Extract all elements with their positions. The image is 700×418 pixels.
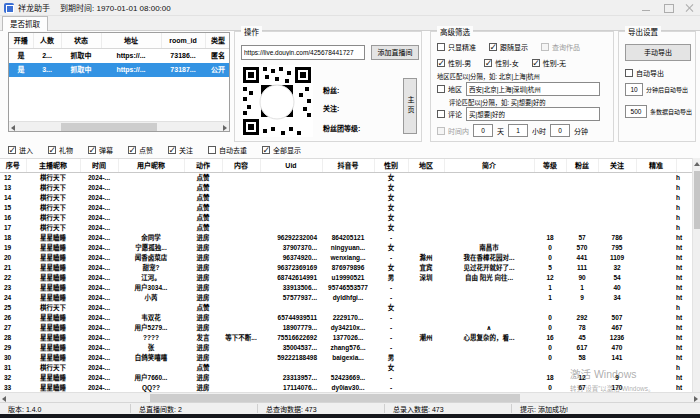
table-row[interactable]: 33星星瞌睡2024-...QQ??进房17114076...dy0iav30.… bbox=[0, 383, 692, 393]
table-row[interactable]: 24星星瞌睡2024-...小芮进房57577937...dyldhfgi...… bbox=[0, 293, 692, 303]
scrollbar-thumb[interactable] bbox=[694, 171, 700, 229]
column-header[interactable]: 简介 bbox=[444, 159, 534, 172]
table-row[interactable]: 13棋行天下2024-...点赞女h bbox=[0, 183, 692, 193]
scrollbar-thumb[interactable] bbox=[150, 394, 520, 402]
checkbox-点赞[interactable]: 点赞 bbox=[128, 145, 153, 155]
table-row[interactable]: 21星星瞌睡2024-...甜宠?进房96372369169876979896女… bbox=[0, 263, 692, 273]
column-header[interactable] bbox=[676, 159, 692, 172]
column-header[interactable]: 状态 bbox=[61, 33, 101, 48]
column-header[interactable]: Uid bbox=[260, 159, 322, 172]
column-header[interactable]: 主播昵称 bbox=[26, 159, 80, 172]
checkbox-关注[interactable]: 关注 bbox=[168, 145, 193, 155]
cell: 甜宠? bbox=[118, 263, 184, 273]
table-row[interactable]: 15棋行天下2024-...点赞女h bbox=[0, 203, 692, 213]
comment-input[interactable] bbox=[466, 107, 600, 121]
column-header[interactable]: 人数 bbox=[33, 33, 61, 48]
checkbox-全部显示[interactable]: 全部显示 bbox=[262, 145, 301, 155]
column-header[interactable]: 精准 bbox=[636, 159, 676, 172]
tab-capture[interactable]: 是否抓取 bbox=[2, 16, 48, 31]
column-header[interactable]: 粉丝 bbox=[566, 159, 598, 172]
live-url-input[interactable] bbox=[241, 45, 365, 60]
scroll-up-icon[interactable] bbox=[694, 162, 700, 166]
checkbox-查询作品[interactable]: 查询作品 bbox=[541, 42, 580, 52]
column-header[interactable]: 用户昵称 bbox=[118, 159, 184, 172]
column-header[interactable]: 地区 bbox=[408, 159, 444, 172]
region-filter-checkbox[interactable]: 地区 bbox=[437, 84, 462, 94]
minutes-input[interactable] bbox=[550, 124, 570, 137]
table-row[interactable]: 20星星瞌睡2024-...闻香卤菜店进房96374920...wenxiang… bbox=[0, 253, 692, 263]
cell: - bbox=[374, 323, 408, 333]
table-row[interactable]: 17棋行天下2024-...点赞女h bbox=[0, 223, 692, 233]
add-room-button[interactable]: 添加直播间 bbox=[371, 45, 419, 60]
table-row[interactable]: 16棋行天下2024-...点赞女h bbox=[0, 213, 692, 223]
table-row[interactable]: 26星星瞌睡2024-...韦双花进房657449395112229170...… bbox=[0, 313, 692, 323]
column-header[interactable]: 等级 bbox=[534, 159, 566, 172]
table-row[interactable]: 25棋行天下2024-...点赞女h bbox=[0, 303, 692, 313]
auto-export-checkbox[interactable]: 自动导出 bbox=[625, 68, 664, 78]
table-row[interactable]: 29星星瞌睡2024-...张进房35004537...zhang576...-… bbox=[0, 343, 692, 353]
maximize-icon[interactable] bbox=[662, 3, 674, 13]
cell: 星星瞌睡 bbox=[26, 263, 80, 273]
cell bbox=[598, 193, 636, 203]
days-input[interactable] bbox=[473, 124, 493, 137]
main-table-hscrollbar[interactable] bbox=[0, 392, 700, 402]
checkbox-自动去重[interactable]: 自动去重 bbox=[208, 145, 247, 155]
minimize-icon[interactable] bbox=[640, 3, 652, 13]
cell: h bbox=[676, 183, 692, 193]
column-header[interactable]: 时间 bbox=[80, 159, 118, 172]
table-row[interactable]: 31棋行天下2024-...点赞女h bbox=[0, 363, 692, 373]
checkbox-只显精准[interactable]: 只显精准 bbox=[437, 42, 476, 52]
table-row[interactable]: 18星星瞌睡2024-...余同学进房96292232004864205121-… bbox=[0, 233, 692, 243]
table-row[interactable]: 28星星瞌睡2024-...????发言等下不断...7551662269213… bbox=[0, 333, 692, 343]
cell: 795 bbox=[598, 243, 636, 253]
scroll-left-icon[interactable] bbox=[11, 125, 15, 131]
comment-filter-checkbox[interactable]: 评论 bbox=[437, 109, 462, 119]
column-header[interactable]: 性别 bbox=[374, 159, 408, 172]
cell: 2024-... bbox=[80, 353, 118, 363]
table-row[interactable]: 23星星瞌睡2024-...用户3034...进房33913506...9574… bbox=[0, 283, 692, 293]
manual-export-button[interactable]: 手动导出 bbox=[625, 44, 691, 61]
column-header[interactable]: 关注 bbox=[598, 159, 636, 172]
checkbox-礼物[interactable]: 礼物 bbox=[48, 145, 73, 155]
column-header[interactable]: 抖音号 bbox=[322, 159, 374, 172]
close-icon[interactable] bbox=[684, 3, 696, 13]
cell bbox=[636, 313, 676, 323]
hours-input[interactable] bbox=[508, 124, 528, 137]
column-header[interactable]: 序号 bbox=[0, 159, 26, 172]
table-row[interactable]: 30星星瞌睡2024-...白鸽笑嘻嘻进房59222188498baigexia… bbox=[0, 353, 692, 363]
cell: 星星瞌睡 bbox=[26, 333, 80, 343]
cell: 女 bbox=[374, 203, 408, 213]
checkbox-进入[interactable]: 进入 bbox=[8, 145, 33, 155]
export-group-title: 导出设置 bbox=[625, 26, 661, 37]
export-minutes-input[interactable] bbox=[625, 83, 643, 96]
table-row[interactable]: 19星星瞌睡2024-...宁愿孤独...进房37907370...ningyu… bbox=[0, 243, 692, 253]
room-table-hscrollbar[interactable] bbox=[9, 121, 229, 131]
column-header[interactable]: 开播 bbox=[9, 33, 33, 48]
table-row[interactable]: 是2...抓取中https://...73186...匿名 bbox=[9, 48, 230, 63]
table-row[interactable]: 12棋行天下2024-...点赞女h bbox=[0, 172, 692, 183]
scrollbar-thumb[interactable] bbox=[61, 123, 157, 131]
table-row[interactable]: 22星星瞌睡2024-...江河。进房68742614991u19990521男… bbox=[0, 273, 692, 283]
column-header[interactable]: room_id bbox=[161, 33, 205, 48]
checkbox-弹幕[interactable]: 弹幕 bbox=[88, 145, 113, 155]
column-header[interactable]: 地址 bbox=[101, 33, 161, 48]
table-row[interactable]: 32星星瞌睡2024-...用户7660...进房23313957...5242… bbox=[0, 373, 692, 383]
column-header[interactable]: 动作 bbox=[184, 159, 222, 172]
column-header[interactable]: 类型 bbox=[205, 33, 230, 48]
homepage-button[interactable]: 主页 bbox=[403, 78, 417, 134]
checkbox-性别-男[interactable]: 性别-男 bbox=[437, 58, 471, 68]
checkbox-性别-无[interactable]: 性别-无 bbox=[532, 58, 566, 68]
scroll-right-icon[interactable] bbox=[223, 125, 227, 131]
main-table-vscrollbar[interactable] bbox=[692, 158, 700, 418]
table-row[interactable]: 27星星瞌睡2024-...用户5279...进房18907779...dy34… bbox=[0, 323, 692, 333]
checkbox-性别-女[interactable]: 性别-女 bbox=[484, 58, 518, 68]
column-header[interactable]: 内容 bbox=[222, 159, 260, 172]
cell: h bbox=[676, 172, 692, 183]
table-row[interactable]: 是3...抓取中https://...73187...公开 bbox=[9, 63, 230, 77]
export-count-input[interactable] bbox=[625, 105, 647, 118]
time-filter-checkbox[interactable]: 时间内 bbox=[437, 126, 469, 136]
cell: 78 bbox=[566, 323, 598, 333]
region-input[interactable] bbox=[466, 82, 600, 96]
checkbox-跟随显示[interactable]: 跟随显示 bbox=[489, 42, 528, 52]
table-row[interactable]: 14棋行天下2024-...点赞女h bbox=[0, 193, 692, 203]
